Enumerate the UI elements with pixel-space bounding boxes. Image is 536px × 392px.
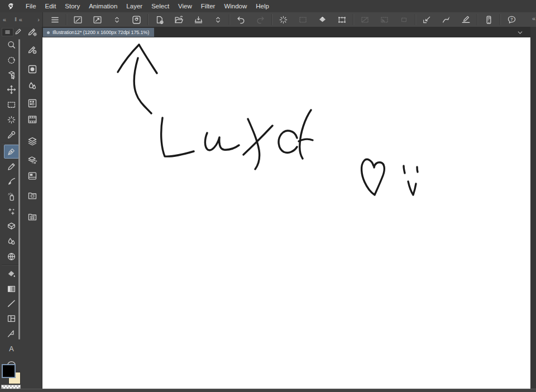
toolbar-separator — [353, 14, 354, 25]
transform-icon[interactable] — [332, 13, 352, 26]
tab-bar: Illustration12* (1200 x 1600px 72dpi 175… — [42, 27, 530, 37]
stroke-smoothing-icon[interactable] — [437, 13, 456, 26]
timeline-panel[interactable] — [22, 113, 42, 126]
tool-group-divider — [2, 143, 20, 144]
tool-palette-menu-icon[interactable] — [2, 28, 13, 36]
stroke-letter-L — [161, 118, 194, 156]
stroke-tick-1 — [404, 166, 405, 173]
stroke-letter-r-tick — [299, 139, 313, 141]
stroke-tick-2 — [417, 167, 418, 172]
stroke-vee — [408, 181, 416, 195]
toolbar-separator — [271, 14, 272, 25]
toolbar-icons: ? — [43, 12, 521, 27]
menu-help[interactable]: Help — [251, 0, 274, 12]
menu-layer[interactable]: Layer — [122, 0, 147, 12]
collapsed-right-panel — [530, 12, 536, 392]
collapse-right-panel-icon[interactable]: « — [532, 15, 535, 22]
toolbar-separator — [229, 14, 230, 25]
drag-handle-icon[interactable]: ‖ — [15, 12, 17, 27]
layer-property-panel[interactable] — [22, 154, 42, 167]
selection-border-icon — [394, 13, 414, 26]
toolbar-left-controls: «‖«› — [0, 12, 43, 27]
save-options-chevrons-icon[interactable] — [208, 13, 228, 26]
clip-studio-logo-icon — [0, 1, 21, 12]
toolbar-separator — [415, 14, 416, 25]
crop-selection-icon — [375, 13, 394, 26]
menu-edit[interactable]: Edit — [41, 0, 61, 12]
help-icon[interactable]: ? — [502, 13, 521, 26]
expand-strip-icon[interactable]: › — [37, 12, 40, 27]
toolbar-separator — [500, 14, 501, 25]
fit-to-screen-icon[interactable] — [68, 13, 88, 26]
snap-to-ruler-icon[interactable] — [417, 13, 437, 26]
tool-list-scrollbar[interactable] — [18, 39, 20, 340]
current-tool-pencil-icon — [14, 27, 22, 38]
foreground-color-swatch[interactable] — [2, 364, 16, 378]
menu-file[interactable]: File — [21, 0, 41, 12]
processing-burst-icon[interactable] — [274, 13, 293, 26]
companion-mode-icon[interactable] — [479, 13, 499, 26]
zoom-presets-chevrons-icon[interactable] — [107, 13, 127, 26]
drawing-strokes — [42, 37, 530, 389]
menu-window[interactable]: Window — [219, 0, 251, 12]
clear-selection-icon — [355, 13, 375, 26]
color-set-panel[interactable] — [22, 97, 42, 110]
stroke-arrow-shaft — [134, 58, 151, 113]
text-tool[interactable]: A — [0, 341, 22, 356]
new-canvas-icon[interactable] — [150, 13, 169, 26]
actual-size-icon[interactable] — [88, 13, 107, 26]
tab-modified-dot — [47, 31, 50, 34]
stroke-letter-e — [279, 131, 297, 152]
command-toolbar: «‖«› ? — [0, 12, 536, 27]
document-tab[interactable]: Illustration12* (1200 x 1600px 72dpi 175… — [43, 28, 154, 37]
layer-panel[interactable] — [22, 135, 42, 148]
stroke-letter-r-stem — [300, 110, 311, 159]
menu-items: FileEditStoryAnimationLayerSelectViewFil… — [21, 0, 274, 12]
tab-title: Illustration12* (1200 x 1600px 72dpi 175… — [52, 30, 149, 35]
stroke-arrow-head-right — [139, 45, 157, 73]
collapse-palette-icon[interactable]: « — [3, 12, 6, 27]
main-menu-icon[interactable] — [45, 13, 65, 26]
menu-filter[interactable]: Filter — [197, 0, 220, 12]
subview-panel[interactable] — [22, 169, 42, 183]
navigator-panel[interactable] — [22, 189, 42, 202]
deselect-icon — [293, 13, 313, 26]
svg-text:A: A — [9, 345, 14, 353]
collapse-strip-icon[interactable]: « — [19, 12, 22, 27]
bottom-edge-bar — [0, 389, 536, 392]
vector-line-icon[interactable] — [456, 13, 476, 26]
color-wheel-panel[interactable] — [22, 79, 42, 93]
brush-size-panel[interactable] — [22, 63, 42, 76]
stroke-letter-y-cross — [243, 126, 272, 155]
svg-text:?: ? — [510, 17, 513, 22]
open-clip-studio-icon[interactable] — [127, 13, 146, 26]
menu-select[interactable]: Select — [147, 0, 174, 12]
drawing-canvas[interactable] — [42, 37, 530, 389]
sub-tool-panel[interactable] — [22, 25, 42, 39]
save-icon[interactable] — [189, 13, 208, 26]
tool-property-panel[interactable] — [22, 43, 42, 56]
stroke-letter-a — [205, 133, 239, 150]
menu-bar: FileEditStoryAnimationLayerSelectViewFil… — [0, 0, 536, 12]
toolbar-separator — [147, 14, 149, 25]
undo-icon[interactable] — [231, 13, 251, 26]
material-panel[interactable] — [22, 210, 42, 223]
tool-group-divider — [2, 265, 20, 266]
tab-list-chevron-icon[interactable] — [516, 28, 524, 39]
toolbar-separator — [477, 14, 478, 25]
menu-story[interactable]: Story — [60, 0, 84, 12]
toolbar-separator — [66, 14, 67, 25]
redo-icon — [251, 13, 270, 26]
menu-animation[interactable]: Animation — [84, 0, 122, 12]
open-file-icon[interactable] — [169, 13, 189, 26]
menu-view[interactable]: View — [174, 0, 197, 12]
fill-selection-icon[interactable] — [313, 13, 332, 26]
tool-sidebar: A — [0, 27, 42, 392]
stroke-heart — [362, 159, 385, 195]
panel-dock — [22, 27, 42, 392]
